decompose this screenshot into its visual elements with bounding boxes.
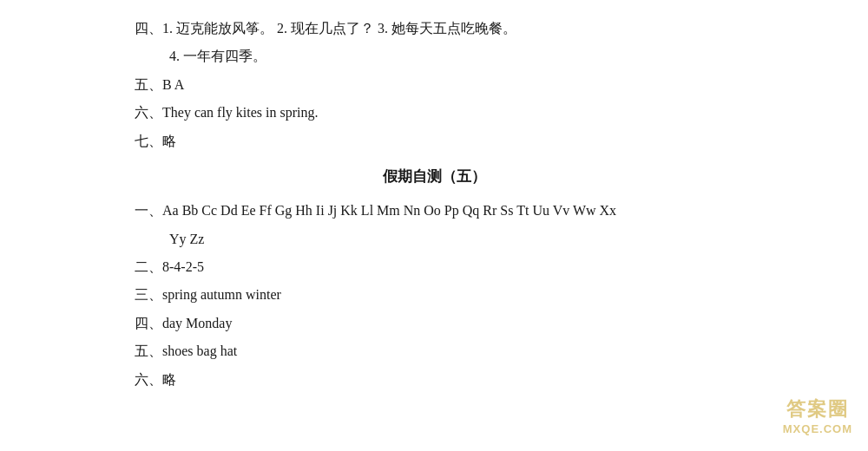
new-line-4-text: 三、spring autumn winter — [135, 282, 281, 308]
new-line-7: 六、略 — [135, 367, 733, 393]
new-line-6-text: 五、shoes bag hat — [135, 338, 237, 364]
new-line-2-text: Yy Zz — [169, 226, 204, 252]
prev-line-5: 七、略 — [135, 128, 733, 154]
new-line-2: Yy Zz — [135, 226, 733, 252]
prev-line-3: 五、B A — [135, 72, 733, 98]
new-line-4: 三、spring autumn winter — [135, 282, 733, 308]
new-line-3: 二、8-4-2-5 — [135, 254, 733, 280]
new-line-6: 五、shoes bag hat — [135, 338, 733, 364]
new-line-3-text: 二、8-4-2-5 — [135, 254, 204, 280]
prev-line-2-text: 4. 一年有四季。 — [169, 43, 266, 69]
prev-line-4-text: 六、They can fly kites in spring. — [135, 100, 319, 126]
prev-line-1: 四、1. 迈克能放风筝。 2. 现在几点了？ 3. 她每天五点吃晚餐。 — [135, 16, 733, 42]
new-line-7-text: 六、略 — [135, 367, 176, 393]
new-line-1: 一、Aa Bb Cc Dd Ee Ff Gg Hh Ii Jj Kk Ll Mm… — [135, 198, 733, 224]
prev-line-3-text: 五、B A — [135, 72, 184, 98]
watermark-bottom-text: MXQE.COM — [783, 422, 852, 435]
prev-line-4: 六、They can fly kites in spring. — [135, 100, 733, 126]
new-line-5: 四、day Monday — [135, 310, 733, 337]
prev-line-5-text: 七、略 — [135, 128, 176, 154]
prev-line-1-text: 四、1. 迈克能放风筝。 2. 现在几点了？ 3. 她每天五点吃晚餐。 — [135, 16, 516, 42]
main-content: 四、1. 迈克能放风筝。 2. 现在几点了？ 3. 她每天五点吃晚餐。 4. 一… — [0, 0, 868, 410]
new-line-1-text: 一、Aa Bb Cc Dd Ee Ff Gg Hh Ii Jj Kk Ll Mm… — [135, 198, 616, 224]
new-line-5-text: 四、day Monday — [135, 310, 232, 337]
prev-line-2: 4. 一年有四季。 — [135, 43, 733, 69]
section-title: 假期自测（五） — [135, 163, 733, 191]
